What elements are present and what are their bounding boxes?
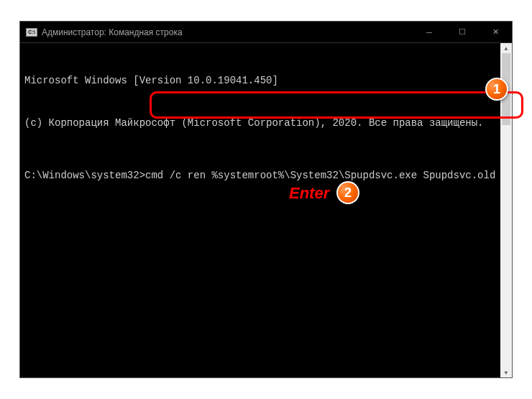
cmd-window: C:\ Администратор: Командная строка ─ ☐ … [19, 21, 513, 378]
scroll-down-arrow[interactable]: ▼ [500, 367, 512, 377]
minimize-button[interactable]: ─ [413, 22, 446, 42]
window-controls: ─ ☐ ✕ [413, 22, 512, 42]
close-button[interactable]: ✕ [479, 22, 512, 42]
titlebar[interactable]: C:\ Администратор: Командная строка ─ ☐ … [20, 22, 512, 43]
annotation-badge-1: 1 [485, 78, 508, 101]
command-text: cmd /c ren %systemroot%\System32\Spupdsv… [145, 170, 495, 181]
scroll-up-arrow[interactable]: ▲ [500, 43, 512, 53]
maximize-button[interactable]: ☐ [446, 22, 479, 42]
enter-label: Enter [289, 184, 329, 203]
prompt-text: C:\Windows\system32> [24, 170, 145, 181]
window-title: Администратор: Командная строка [42, 27, 413, 37]
prompt-line: C:\Windows\system32>cmd /c ren %systemro… [24, 169, 508, 183]
version-line: Microsoft Windows [Version 10.0.19041.45… [24, 74, 508, 88]
copyright-line: (c) Корпорация Майкрософт (Microsoft Cor… [24, 116, 508, 131]
annotation-badge-2: 2 [336, 181, 359, 204]
cmd-icon: C:\ [26, 28, 37, 37]
terminal-body[interactable]: Microsoft Windows [Version 10.0.19041.45… [20, 43, 512, 377]
